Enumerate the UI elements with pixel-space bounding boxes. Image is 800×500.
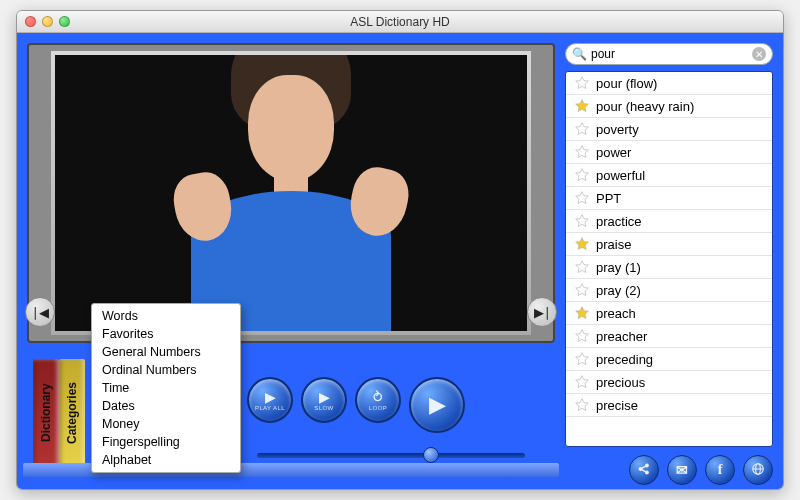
list-item-label: preach <box>596 306 636 321</box>
play-button[interactable]: ▶ <box>409 377 465 433</box>
next-button[interactable]: ▶∣ <box>527 297 557 327</box>
facebook-icon: f <box>718 462 723 478</box>
star-outline-icon[interactable] <box>574 397 590 413</box>
categories-popup: WordsFavoritesGeneral NumbersOrdinal Num… <box>91 303 241 473</box>
slider-track <box>257 453 525 458</box>
dictionary-book[interactable]: Dictionary <box>33 359 59 467</box>
svg-line-4 <box>642 469 646 471</box>
svg-point-0 <box>639 467 642 470</box>
video-player[interactable] <box>55 55 527 331</box>
list-item-label: powerful <box>596 168 645 183</box>
list-item[interactable]: power <box>566 141 772 164</box>
popup-item[interactable]: Favorites <box>92 325 240 343</box>
book-tabs: Dictionary Categories <box>33 359 85 467</box>
list-item[interactable]: precise <box>566 394 772 417</box>
categories-book[interactable]: Categories <box>59 359 85 467</box>
skip-next-icon: ▶∣ <box>534 305 551 320</box>
slow-button[interactable]: ▶ SLOW <box>301 377 347 423</box>
star-outline-icon[interactable] <box>574 213 590 229</box>
email-button[interactable]: ✉ <box>667 455 697 485</box>
star-outline-icon[interactable] <box>574 121 590 137</box>
share-icon <box>637 462 651 479</box>
playback-controls: ▶ PLAY ALL ▶ SLOW ⥁ LOOP ▶ <box>247 377 465 433</box>
list-item-label: power <box>596 145 631 160</box>
list-item-label: poverty <box>596 122 639 137</box>
facebook-button[interactable]: f <box>705 455 735 485</box>
categories-label: Categories <box>65 382 79 444</box>
popup-item[interactable]: Time <box>92 379 240 397</box>
share-button[interactable] <box>629 455 659 485</box>
play-big-icon: ▶ <box>429 394 446 416</box>
window-title: ASL Dictionary HD <box>17 15 783 29</box>
star-filled-icon[interactable] <box>574 98 590 114</box>
list-item[interactable]: preceding <box>566 348 772 371</box>
loop-label: LOOP <box>369 405 387 411</box>
loop-button[interactable]: ⥁ LOOP <box>355 377 401 423</box>
svg-line-3 <box>642 466 646 468</box>
list-item[interactable]: pour (flow) <box>566 72 772 95</box>
app-window: ASL Dictionary HD ∣◀ <box>16 10 784 490</box>
zoom-icon[interactable] <box>59 16 70 27</box>
search-input[interactable] <box>591 47 748 61</box>
search-field[interactable]: 🔍 ✕ <box>565 43 773 65</box>
skip-prev-icon: ∣◀ <box>32 305 49 320</box>
svg-point-2 <box>646 471 649 474</box>
slider-thumb[interactable] <box>423 447 439 463</box>
list-item[interactable]: preacher <box>566 325 772 348</box>
clear-search-icon[interactable]: ✕ <box>752 47 766 61</box>
app-body: ∣◀ ▶∣ Dictionary Categories WordsFavorit… <box>17 33 783 489</box>
popup-item[interactable]: Money <box>92 415 240 433</box>
list-item-label: precise <box>596 398 638 413</box>
list-item[interactable]: powerful <box>566 164 772 187</box>
slow-label: SLOW <box>314 405 333 411</box>
star-outline-icon[interactable] <box>574 167 590 183</box>
star-filled-icon[interactable] <box>574 236 590 252</box>
titlebar: ASL Dictionary HD <box>17 11 783 33</box>
web-button[interactable] <box>743 455 773 485</box>
star-outline-icon[interactable] <box>574 259 590 275</box>
list-item[interactable]: pray (1) <box>566 256 772 279</box>
popup-item[interactable]: Dates <box>92 397 240 415</box>
star-outline-icon[interactable] <box>574 374 590 390</box>
list-item-label: practice <box>596 214 642 229</box>
prev-button[interactable]: ∣◀ <box>25 297 55 327</box>
list-item[interactable]: poverty <box>566 118 772 141</box>
bottom-controls: Dictionary Categories WordsFavoritesGene… <box>27 349 555 485</box>
svg-point-1 <box>646 464 649 467</box>
popup-item[interactable]: General Numbers <box>92 343 240 361</box>
list-item[interactable]: precious <box>566 371 772 394</box>
play-icon: ▶ <box>265 390 276 404</box>
close-icon[interactable] <box>25 16 36 27</box>
list-item[interactable]: pour (heavy rain) <box>566 95 772 118</box>
list-item[interactable]: preach <box>566 302 772 325</box>
minimize-icon[interactable] <box>42 16 53 27</box>
star-outline-icon[interactable] <box>574 351 590 367</box>
search-icon: 🔍 <box>572 47 587 61</box>
list-item[interactable]: practice <box>566 210 772 233</box>
dictionary-label: Dictionary <box>39 384 53 443</box>
star-outline-icon[interactable] <box>574 190 590 206</box>
right-pane: 🔍 ✕ pour (flow)pour (heavy rain)povertyp… <box>565 43 773 485</box>
list-item-label: pray (2) <box>596 283 641 298</box>
popup-item[interactable]: Alphabet <box>92 451 240 469</box>
loop-icon: ⥁ <box>373 390 383 404</box>
popup-item[interactable]: Ordinal Numbers <box>92 361 240 379</box>
list-item[interactable]: PPT <box>566 187 772 210</box>
popup-item[interactable]: Fingerspelling <box>92 433 240 451</box>
star-outline-icon[interactable] <box>574 75 590 91</box>
action-buttons: ✉ f <box>565 455 773 485</box>
list-item[interactable]: praise <box>566 233 772 256</box>
list-item-label: precious <box>596 375 645 390</box>
slow-icon: ▶ <box>319 390 330 404</box>
star-outline-icon[interactable] <box>574 282 590 298</box>
word-list[interactable]: pour (flow)pour (heavy rain)povertypower… <box>565 71 773 447</box>
progress-slider[interactable] <box>257 453 525 459</box>
star-outline-icon[interactable] <box>574 328 590 344</box>
list-item[interactable]: pray (2) <box>566 279 772 302</box>
popup-item[interactable]: Words <box>92 307 240 325</box>
list-item-label: preceding <box>596 352 653 367</box>
play-all-button[interactable]: ▶ PLAY ALL <box>247 377 293 423</box>
star-outline-icon[interactable] <box>574 144 590 160</box>
list-item-label: PPT <box>596 191 621 206</box>
star-filled-icon[interactable] <box>574 305 590 321</box>
